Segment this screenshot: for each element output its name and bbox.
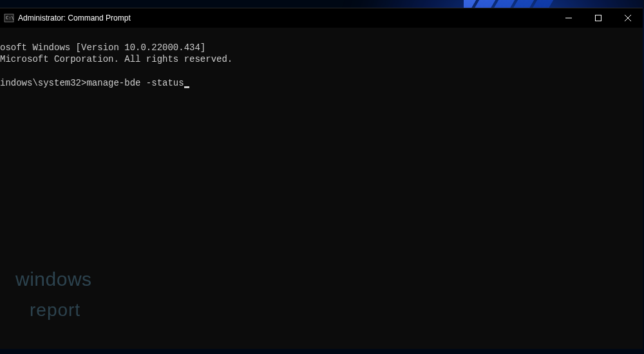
watermark-line2: report (30, 303, 92, 318)
titlebar[interactable]: C:\ Administrator: Command Prompt (0, 8, 643, 28)
terminal-area[interactable]: osoft Windows [Version 10.0.22000.434] M… (0, 28, 643, 349)
minimize-icon (565, 15, 572, 21)
maximize-button[interactable] (583, 8, 613, 28)
watermark: windows report (15, 256, 92, 333)
maximize-icon (595, 15, 601, 21)
svg-text:C:\: C:\ (6, 15, 14, 21)
titlebar-left: C:\ Administrator: Command Prompt (4, 13, 131, 23)
terminal-output-line: osoft Windows [Version 10.0.22000.434] (0, 42, 205, 53)
terminal-output-line: Microsoft Corporation. All rights reserv… (0, 54, 232, 64)
window-controls (554, 8, 643, 28)
close-icon (625, 15, 631, 21)
cmd-icon: C:\ (4, 13, 14, 23)
svg-rect-3 (596, 15, 601, 21)
cursor (184, 86, 189, 88)
wallpaper-stripes (464, 0, 592, 8)
watermark-line1: windows (15, 271, 92, 288)
close-button[interactable] (613, 8, 643, 28)
command-prompt-window: C:\ Administrator: Command Prompt (0, 8, 643, 349)
command-text: manage-bde -status (86, 78, 184, 88)
prompt-path: indows\system32> (0, 78, 86, 88)
window-title: Administrator: Command Prompt (18, 14, 131, 23)
terminal-prompt-line: indows\system32>manage-bde -status (0, 78, 189, 88)
minimize-button[interactable] (554, 8, 583, 28)
